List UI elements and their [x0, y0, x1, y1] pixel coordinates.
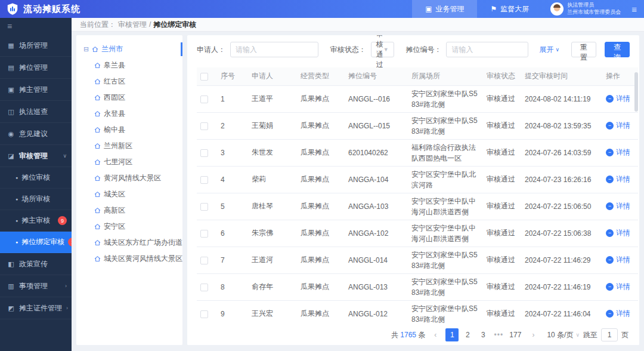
row-checkbox[interactable]	[200, 230, 208, 238]
cell-status: 审核通过	[483, 220, 521, 247]
cell-venue: 安宁区安宁堡中队中海河山郡洪道西侧	[408, 220, 483, 247]
cell-applicant: 俞存年	[248, 273, 297, 300]
tree-node[interactable]: 城关区黄河风情线大景区街道	[76, 251, 182, 267]
reset-button[interactable]: 重置	[571, 42, 596, 57]
scrollbar-thumb[interactable]	[634, 72, 638, 112]
tree-node-label: 城关区	[104, 189, 125, 199]
cell-applicant: 王兴宏	[248, 300, 297, 325]
select-all-checkbox[interactable]	[200, 73, 208, 81]
stall-icon: ▤	[7, 64, 15, 72]
policy-icon: ◧	[7, 260, 15, 268]
cell-type: 瓜果摊点	[297, 85, 345, 112]
tree-node[interactable]: 红古区	[76, 73, 182, 90]
jump-page-input[interactable]	[601, 328, 618, 341]
cell-applicant: 朱宗佛	[248, 220, 297, 247]
page-button[interactable]: 177	[507, 328, 523, 341]
detail-link[interactable]: −详情	[606, 121, 630, 131]
sidebar-item-audit[interactable]: ◪审核管理∨	[0, 145, 72, 167]
sidebar-item-matters[interactable]: ▥事项管理›	[0, 275, 72, 297]
sidebar-subitem[interactable]: ●场所审核	[0, 189, 72, 210]
tree-node[interactable]: 皋兰县	[76, 57, 182, 73]
audit-list-panel: 申请人： 审核状态： 审核通过 ▼ 摊位编号： 展开 ∨	[187, 35, 639, 345]
prev-page-icon[interactable]: ‹	[429, 328, 442, 341]
tree-node[interactable]: 高新区	[76, 202, 182, 218]
sidebar-item-feedback[interactable]: ◉意见建议	[0, 123, 72, 145]
status-select[interactable]: 审核通过 ▼	[371, 42, 394, 57]
sidebar-item-places[interactable]: ▦场所管理	[0, 35, 72, 57]
tree-node[interactable]: 城关区东方红广场办街道	[76, 235, 182, 251]
sidebar: ≡ ▦场所管理▤摊位管理▣摊主管理◫执法巡查◉意见建议◪审核管理∨●摊位审核●场…	[0, 18, 72, 351]
flag-icon: ⚑	[490, 5, 497, 13]
sidebar-collapse-icon[interactable]: ≡	[0, 18, 72, 35]
tree-node[interactable]: 永登县	[76, 106, 182, 122]
table-row: 2王菊娟瓜果摊点ANGGL--015安宁区刘家堡中队S583#路北侧审核通过20…	[197, 112, 638, 139]
sidebar-item-vendors[interactable]: ▣摊主管理	[0, 79, 72, 101]
detail-icon: −	[606, 176, 614, 183]
cell-type: 瓜果摊点	[297, 220, 345, 247]
stall-no-input[interactable]	[446, 42, 528, 57]
tree-node[interactable]: 安宁区	[76, 218, 182, 235]
page-button[interactable]: 1	[445, 328, 459, 341]
page-size-select[interactable]: 10 条/页 ∨	[547, 330, 580, 340]
page-button[interactable]: 2	[461, 328, 474, 341]
row-checkbox[interactable]	[200, 176, 208, 184]
user-info[interactable]: 执法管理员 兰州市城市管理委员会	[542, 2, 629, 16]
sidebar-item-policy[interactable]: ◧政策宣传	[0, 253, 72, 275]
sidebar-item-patrol[interactable]: ◫执法巡查	[0, 101, 72, 123]
chevron-down-icon: ∨	[63, 153, 67, 159]
page-button[interactable]: 3	[476, 328, 490, 341]
nav-business-management[interactable]: ▣ 业务管理	[412, 0, 477, 18]
cell-venue: 安宁区刘家堡中队S583#路北侧	[408, 247, 483, 273]
nav-monitor-screen[interactable]: ⚑ 监督大屏	[477, 0, 542, 18]
detail-link[interactable]: −详情	[606, 174, 630, 184]
row-checkbox[interactable]	[200, 149, 208, 157]
app-logo-icon	[6, 2, 19, 16]
row-checkbox[interactable]	[200, 96, 208, 103]
cell-no: 6	[217, 220, 248, 247]
menu-icon[interactable]: ≡	[629, 4, 644, 14]
tree-node[interactable]: 榆中县	[76, 122, 182, 138]
sidebar-item-label: 事项管理	[19, 281, 48, 291]
sidebar-subitem[interactable]: ●摊位绑定审核1	[0, 232, 72, 253]
detail-link[interactable]: −详情	[606, 255, 630, 265]
tree-node[interactable]: 七里河区	[76, 154, 182, 170]
status-label: 审核状态：	[330, 45, 366, 55]
row-checkbox[interactable]	[200, 257, 208, 264]
collapse-box-icon[interactable]: ⊟	[83, 45, 89, 53]
tree-node[interactable]: 兰州新区	[76, 138, 182, 154]
row-checkbox[interactable]	[200, 203, 208, 211]
table-body: 1王道平瓜果摊点ANGGL--016安宁区刘家堡中队S583#路北侧审核通过20…	[197, 85, 638, 325]
tree-node[interactable]: 城关区	[76, 186, 182, 202]
breadcrumb-prefix: 当前位置：	[80, 20, 116, 30]
chevron-down-icon: ∨	[575, 332, 580, 338]
detail-link[interactable]: −详情	[606, 228, 630, 238]
sidebar-item-certificates[interactable]: ◩摊主证件管理›	[0, 297, 72, 319]
tree-node[interactable]: 西固区	[76, 90, 182, 106]
dot-icon: ●	[16, 197, 18, 201]
detail-link[interactable]: −详情	[606, 147, 630, 158]
row-checkbox[interactable]	[200, 122, 208, 130]
tree-root-node[interactable]: ⊟ 兰州市	[76, 41, 182, 57]
expand-filters-link[interactable]: 展开 ∨	[539, 45, 559, 55]
breadcrumb-parent[interactable]: 审核管理	[118, 20, 147, 30]
sidebar-subitem[interactable]: ●摊主审核9	[0, 210, 72, 232]
sidebar-item-stalls[interactable]: ▤摊位管理	[0, 57, 72, 79]
sidebar-subitem-label: 场所审核	[21, 194, 50, 204]
column-header: 序号	[217, 67, 248, 85]
chevron-right-icon: ›	[66, 305, 68, 311]
detail-link[interactable]: −详情	[606, 309, 630, 319]
cell-venue: 安宁区刘家堡中队S583#路北侧	[408, 85, 483, 112]
detail-link[interactable]: −详情	[606, 201, 630, 211]
applicant-input[interactable]	[230, 42, 318, 57]
detail-link[interactable]: −详情	[606, 282, 630, 292]
row-checkbox[interactable]	[200, 284, 208, 291]
sidebar-subitem[interactable]: ●摊位审核	[0, 167, 72, 189]
tree-node[interactable]: 黄河风情线大景区	[76, 170, 182, 186]
home-icon	[94, 175, 101, 181]
detail-link[interactable]: −详情	[606, 94, 630, 104]
detail-icon: −	[606, 229, 614, 237]
search-button[interactable]: 查询	[605, 42, 630, 57]
cell-type: 瓜果摊点	[297, 300, 345, 325]
next-page-icon[interactable]: ›	[527, 328, 540, 341]
row-checkbox[interactable]	[200, 310, 208, 318]
